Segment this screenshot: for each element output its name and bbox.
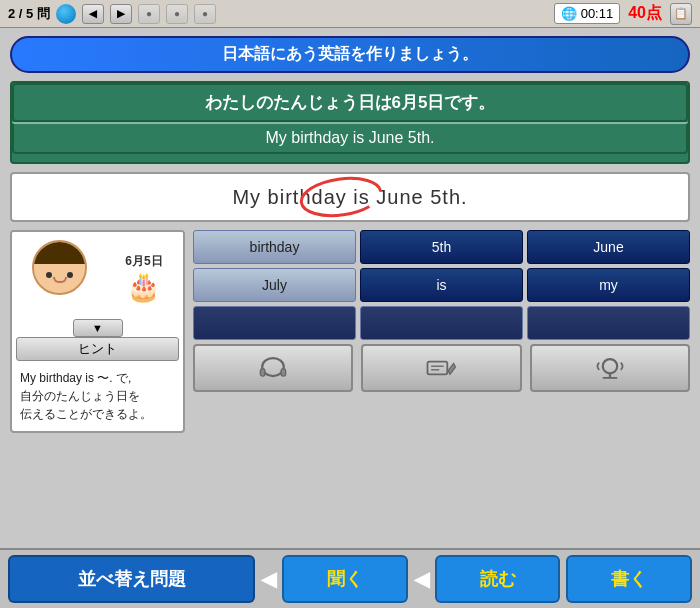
hint-box: 6月5日 🎂 ▼ ヒント My birthday is 〜. で,自分のたんじょ…	[10, 230, 185, 433]
action-btn-1[interactable]	[193, 344, 353, 392]
headphones-icon	[255, 353, 291, 383]
timer-value: 00:11	[581, 6, 614, 21]
word-empty2[interactable]	[360, 306, 523, 340]
progress-area: 2 / 5 問 ◀ ▶ ● ● ●	[8, 4, 216, 24]
tab-read[interactable]: 読む	[435, 555, 561, 603]
tab-listen[interactable]: 聞く	[282, 555, 408, 603]
action-btn-2[interactable]	[361, 344, 521, 392]
word-is[interactable]: is	[360, 268, 523, 302]
action-btn-3[interactable]	[530, 344, 690, 392]
writing-icon	[423, 353, 459, 383]
nav-arrow-2: ◀	[414, 567, 429, 591]
word-june[interactable]: June	[527, 230, 690, 264]
svg-point-7	[603, 359, 617, 373]
answer-display: My birthday is June 5th.	[10, 172, 690, 222]
svg-rect-2	[261, 369, 266, 376]
action-buttons	[193, 344, 690, 392]
hint-text: My birthday is 〜. で,自分のたんじょう日を伝えることができるよ…	[12, 365, 183, 431]
forward-button[interactable]: ▶	[110, 4, 132, 24]
tab-rearrange[interactable]: 並べ替え問題	[8, 555, 255, 603]
score-display: 40点	[628, 3, 662, 24]
word-birthday[interactable]: birthday	[193, 230, 356, 264]
globe-small-icon: 🌐	[561, 6, 577, 21]
back-button[interactable]: ◀	[82, 4, 104, 24]
btn5[interactable]: ●	[194, 4, 216, 24]
character-area: 6月5日 🎂	[12, 232, 183, 319]
timer-box: 🌐 00:11	[554, 3, 621, 24]
instruction-text: 日本語にあう英語を作りましょう。	[222, 45, 478, 62]
word-grid-area: birthday 5th June July is my	[193, 230, 690, 433]
svg-rect-4	[428, 362, 448, 375]
btn3[interactable]: ●	[138, 4, 160, 24]
english-translation: My birthday is June 5th.	[12, 123, 688, 154]
cake-icon: 🎂	[125, 270, 162, 303]
word-empty1[interactable]	[193, 306, 356, 340]
word-5th[interactable]: 5th	[360, 230, 523, 264]
japanese-sentence: わたしのたんじょう日は6月5日です。	[12, 83, 688, 122]
top-bar: 2 / 5 問 ◀ ▶ ● ● ● 🌐 00:11 40点 📋	[0, 0, 700, 28]
hint-button[interactable]: ヒント	[16, 337, 179, 361]
progress-text: 2 / 5 問	[8, 5, 50, 23]
bottom-section: 6月5日 🎂 ▼ ヒント My birthday is 〜. で,自分のたんじょ…	[10, 230, 690, 433]
word-my[interactable]: my	[527, 268, 690, 302]
avatar	[32, 240, 92, 315]
instruction-banner: 日本語にあう英語を作りましょう。	[10, 36, 690, 73]
date-cake-area: 6月5日 🎂	[125, 253, 162, 303]
date-label: 6月5日	[125, 253, 162, 270]
dropdown-button[interactable]: ▼	[73, 319, 123, 337]
btn4[interactable]: ●	[166, 4, 188, 24]
nav-arrow-1: ◀	[261, 567, 276, 591]
main-content: 日本語にあう英語を作りましょう。 わたしのたんじょう日は6月5日です。 My b…	[0, 28, 700, 548]
sentence-container: わたしのたんじょう日は6月5日です。 My birthday is June 5…	[10, 81, 690, 164]
svg-rect-3	[281, 369, 286, 376]
bottom-nav: 並べ替え問題 ◀ 聞く ◀ 読む 書く	[0, 548, 700, 608]
top-bar-right: 🌐 00:11 40点 📋	[554, 3, 692, 25]
globe-icon	[56, 4, 76, 24]
info-button[interactable]: 📋	[670, 3, 692, 25]
word-empty3[interactable]	[527, 306, 690, 340]
answer-text: My birthday is June 5th.	[232, 186, 467, 209]
word-july[interactable]: July	[193, 268, 356, 302]
speaker-icon	[592, 353, 628, 383]
tab-write[interactable]: 書く	[566, 555, 692, 603]
word-grid: birthday 5th June July is my	[193, 230, 690, 340]
